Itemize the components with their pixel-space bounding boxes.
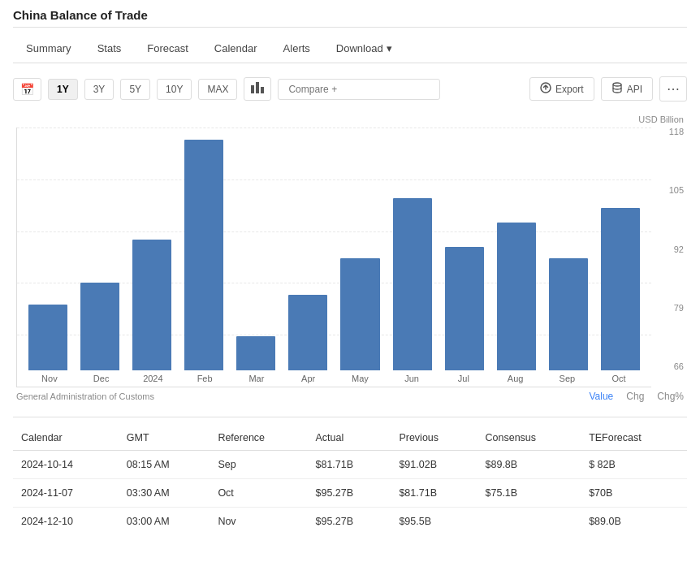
range-10y[interactable]: 10Y (157, 79, 192, 100)
table-header-row: Calendar GMT Reference Actual Previous C… (13, 426, 687, 451)
data-table: Calendar GMT Reference Actual Previous C… (13, 426, 687, 535)
x-axis: Nov Dec 2024 Feb Mar Apr May Jun Jul Aug… (17, 370, 651, 387)
bar-group-jul[interactable] (440, 128, 489, 370)
y-label-105: 105 (651, 186, 684, 195)
svg-rect-1 (256, 82, 259, 93)
bar-group-2024[interactable] (127, 128, 176, 370)
svg-rect-2 (261, 87, 264, 93)
compare-input[interactable] (278, 79, 440, 100)
bar-group-nov[interactable] (24, 128, 72, 370)
col-calendar: Calendar (13, 426, 119, 451)
y-label-118: 118 (651, 128, 684, 136)
toolbar: 📅 1Y 3Y 5Y 10Y MAX (13, 71, 687, 106)
cell-teforecast-3: $89.0B (581, 508, 687, 536)
range-3y[interactable]: 3Y (84, 79, 115, 100)
x-label-may: May (352, 374, 369, 383)
export-icon (540, 82, 551, 96)
x-label-2024: 2024 (143, 374, 162, 383)
cell-previous-2: $81.71B (391, 479, 477, 508)
cell-consensus-2: $75.1B (477, 479, 581, 508)
y-label-79: 79 (651, 304, 684, 313)
bar-aug (497, 223, 536, 370)
api-button[interactable]: API (601, 77, 653, 101)
chart-container: USD Billion (13, 115, 687, 409)
cell-calendar-3: 2024-12-10 (13, 508, 119, 536)
tab-alerts[interactable]: Alerts (270, 36, 323, 63)
bar-oct (601, 208, 640, 370)
x-label-dec: Dec (93, 374, 110, 383)
x-label-mar: Mar (248, 374, 264, 383)
table-header: Calendar GMT Reference Actual Previous C… (13, 426, 687, 451)
cell-calendar-2: 2024-11-07 (13, 479, 119, 508)
cell-calendar-1: 2024-10-14 (13, 451, 119, 479)
y-label-66: 66 (651, 362, 684, 371)
col-previous: Previous (391, 426, 477, 451)
range-max[interactable]: MAX (198, 79, 237, 100)
bar-group-mar[interactable] (231, 128, 280, 370)
cell-reference-2: Oct (210, 479, 307, 508)
page-title: China Balance of Trade (13, 8, 687, 28)
nav-tabs: Summary Stats Forecast Calendar Alerts D… (13, 36, 687, 63)
bar-group-jun[interactable] (388, 128, 437, 370)
export-button[interactable]: Export (529, 77, 594, 101)
bar-jul (445, 247, 484, 370)
bar-group-aug[interactable] (492, 128, 541, 370)
more-icon: ⋯ (667, 82, 680, 96)
bar-sep (549, 258, 588, 370)
tab-stats[interactable]: Stats (84, 36, 135, 63)
bar-chart-icon (251, 83, 264, 96)
chart-unit: USD Billion (16, 115, 684, 124)
range-5y[interactable]: 5Y (120, 79, 150, 100)
chart-area: Nov Dec 2024 Feb Mar Apr May Jun Jul Aug… (16, 128, 651, 387)
bar-group-dec[interactable] (76, 128, 124, 370)
range-1y[interactable]: 1Y (48, 79, 78, 100)
toggle-chgpct[interactable]: Chg% (657, 391, 684, 402)
bar-apr (288, 295, 327, 370)
x-label-oct: Oct (612, 374, 626, 383)
cell-gmt-3: 03:00 AM (119, 508, 210, 536)
cell-reference-1: Sep (210, 451, 307, 479)
bar-nov (28, 305, 67, 370)
table-row: 2024-12-10 03:00 AM Nov $95.27B $95.5B $… (13, 508, 687, 536)
bar-may (340, 258, 379, 370)
bar-group-sep[interactable] (544, 128, 593, 370)
calendar-icon: 📅 (20, 83, 34, 96)
x-label-nov: Nov (41, 374, 58, 383)
cell-gmt-1: 08:15 AM (119, 451, 210, 479)
view-toggles: Value Chg Chg% (589, 391, 684, 402)
x-label-feb: Feb (197, 374, 213, 383)
tab-download[interactable]: Download ▾ (323, 36, 405, 63)
tab-forecast[interactable]: Forecast (134, 36, 201, 63)
tab-calendar[interactable]: Calendar (201, 36, 270, 63)
chart-wrapper: Nov Dec 2024 Feb Mar Apr May Jun Jul Aug… (16, 128, 684, 387)
data-source: General Administration of Customs (16, 391, 154, 401)
cell-previous-3: $95.5B (391, 508, 477, 536)
tab-summary[interactable]: Summary (13, 36, 84, 63)
x-label-jul: Jul (458, 374, 469, 383)
cell-previous-1: $91.02B (391, 451, 477, 479)
page-container: China Balance of Trade Summary Stats For… (0, 0, 700, 588)
bar-group-oct[interactable] (596, 128, 645, 370)
bar-group-apr[interactable] (283, 128, 332, 370)
col-gmt: GMT (119, 426, 210, 451)
col-consensus: Consensus (477, 426, 581, 451)
bar-mar (236, 336, 275, 370)
cell-teforecast-2: $70B (581, 479, 687, 508)
chart-type-button[interactable] (244, 77, 271, 101)
toggle-chg[interactable]: Chg (626, 391, 644, 402)
chart-footer: General Administration of Customs Value … (16, 387, 684, 409)
cell-actual-1: $81.71B (308, 451, 391, 479)
toggle-value[interactable]: Value (589, 391, 613, 402)
more-button[interactable]: ⋯ (659, 76, 687, 102)
col-actual: Actual (308, 426, 391, 451)
bar-group-feb[interactable] (179, 128, 228, 370)
y-axis: 118 105 92 79 66 (651, 128, 684, 387)
y-label-92: 92 (651, 245, 684, 254)
calendar-button[interactable]: 📅 (13, 78, 41, 101)
cell-actual-3: $95.27B (308, 508, 391, 536)
svg-point-4 (613, 83, 621, 86)
x-label-apr: Apr (301, 374, 315, 383)
col-teforecast: TEForecast (581, 426, 687, 451)
bar-group-may[interactable] (335, 128, 384, 370)
x-label-aug: Aug (508, 374, 524, 383)
